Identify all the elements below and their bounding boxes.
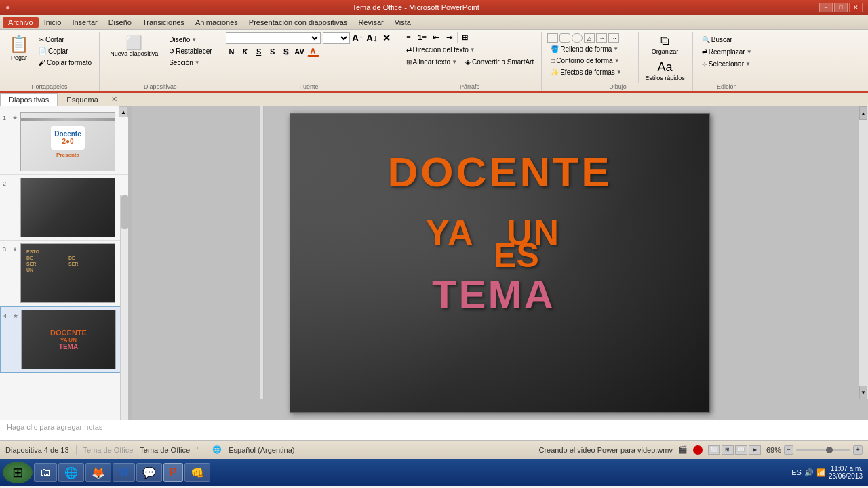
font-family-select[interactable]: [226, 32, 321, 44]
efectos-button[interactable]: ✨ Efectos de formas ▼: [547, 67, 625, 77]
scroll-up-button[interactable]: ▲: [119, 106, 128, 117]
menu-vista[interactable]: Vista: [389, 17, 416, 28]
separator: [457, 32, 458, 43]
nueva-diapositiva-button[interactable]: ⬜ Nueva diapositiva: [105, 32, 163, 60]
font-color-button[interactable]: A: [307, 46, 319, 57]
texto-direction-button[interactable]: ⇄ Dirección del texto ▼: [403, 45, 479, 55]
contorno-button[interactable]: □ Contorno de forma ▼: [547, 56, 623, 66]
slide-scroll-down[interactable]: ▼: [859, 386, 867, 399]
smartart-icon: ◈: [465, 58, 471, 66]
reemplazar-button[interactable]: ⇄ Reemplazar ▼: [698, 47, 755, 57]
slide-scroll-up[interactable]: ▲: [859, 106, 867, 120]
shape-rounded[interactable]: [559, 33, 570, 43]
taskbar-other[interactable]: 👊: [184, 463, 210, 482]
shape-more[interactable]: ⋯: [608, 33, 619, 43]
tab-esquema[interactable]: Esquema: [58, 93, 106, 106]
relleno-button[interactable]: 🪣 Relleno de forma ▼: [547, 44, 622, 54]
slide-item-2[interactable]: 2: [0, 175, 128, 241]
select-icon: ⊹: [702, 60, 707, 68]
increase-indent-button[interactable]: ⇥: [443, 32, 456, 43]
slide-thumb-3[interactable]: ESTO DEDE SERSER UN: [20, 243, 115, 303]
slide-view-scrollbar[interactable]: ▲ ▼: [859, 106, 868, 399]
menu-inicio[interactable]: Inicio: [39, 17, 67, 28]
convertir-smartart-button[interactable]: ◈ Convertir a SmartArt: [462, 57, 537, 67]
estilos-button[interactable]: Aa Estilos rápidos: [642, 58, 688, 83]
slide-info: Diapositiva 4 de 13: [5, 446, 69, 454]
numbering-button[interactable]: 1≡: [416, 32, 429, 43]
strikethrough-button[interactable]: S: [267, 46, 279, 57]
zoom-slider[interactable]: [796, 449, 850, 451]
menu-transiciones[interactable]: Transiciones: [137, 17, 190, 28]
reading-view-button[interactable]: 📖: [735, 445, 747, 455]
slide-sorter-button[interactable]: ⊞: [722, 445, 734, 455]
restablecer-button[interactable]: ↺ Restablecer: [165, 46, 215, 56]
buscar-button[interactable]: 🔍 Buscar: [698, 35, 755, 45]
taskbar-explorer[interactable]: 🗂: [34, 463, 57, 482]
col-layout-button[interactable]: ⊞: [459, 32, 471, 43]
menu-diseno[interactable]: Diseño: [103, 17, 137, 28]
shape-rect[interactable]: [547, 33, 558, 43]
taskbar-firefox[interactable]: 🦊: [85, 463, 111, 482]
close-button[interactable]: ✕: [849, 3, 863, 12]
font-size-select[interactable]: [323, 32, 350, 44]
taskbar-skype[interactable]: 💬: [136, 463, 162, 482]
title-bar: ● Tema de Office - Microsoft PowerPoint …: [0, 0, 868, 15]
italic-button[interactable]: K: [239, 46, 252, 57]
status-right: Creando el video Power para video.wmv 🎬 …: [538, 445, 863, 455]
pegar-button[interactable]: 📋 Pegar: [4, 32, 34, 64]
decrease-indent-button[interactable]: ⇤: [430, 32, 442, 43]
copiar-button[interactable]: 📄 Copiar: [35, 46, 95, 56]
slide-thumb-4[interactable]: DOCENTE YA UN TEMA: [21, 310, 116, 369]
increase-font-button[interactable]: A↑: [352, 33, 364, 43]
seccion-arrow: ▼: [195, 60, 200, 66]
slide-panel: ▲ 1 ★ Docente2●0 Presenta 2: [0, 106, 129, 420]
shadow-button[interactable]: S: [280, 46, 292, 57]
taskbar-word[interactable]: W: [113, 463, 135, 482]
copiar-formato-button[interactable]: 🖌 Copiar formato: [35, 58, 95, 68]
notes-area[interactable]: Haga clic para agregar notas: [0, 420, 868, 440]
slide-thumb-2[interactable]: [20, 178, 115, 237]
zoom-out-button[interactable]: −: [784, 445, 793, 455]
menu-archivo[interactable]: Archivo: [3, 17, 39, 28]
decrease-font-button[interactable]: A↓: [366, 33, 378, 43]
seccion-button[interactable]: Sección ▼: [165, 58, 215, 68]
tab-diapositivas[interactable]: Diapositivas: [0, 93, 58, 106]
menu-presentacion[interactable]: Presentación con diapositivas: [243, 17, 353, 28]
stop-button[interactable]: [693, 445, 703, 455]
slideshow-button[interactable]: ▶: [749, 445, 761, 455]
tab-close-button[interactable]: ✕: [107, 93, 121, 106]
panel-scrollbar-thumb[interactable]: [121, 195, 128, 229]
minimize-button[interactable]: −: [819, 3, 833, 12]
underline-button[interactable]: S: [253, 46, 265, 57]
taskbar-chrome[interactable]: 🌐: [58, 463, 84, 482]
organizar-button[interactable]: ⧉ Organizar: [642, 32, 688, 57]
slide-item-3[interactable]: 3 ★ ESTO DEDE SERSER UN: [0, 241, 128, 306]
zoom-in-button[interactable]: +: [853, 445, 863, 455]
slide-item-1[interactable]: 1 ★ Docente2●0 Presenta: [0, 106, 128, 175]
slide-canvas[interactable]: DOCENTE YA UN ES TEMA: [290, 113, 710, 413]
diseno-button[interactable]: Diseño ▼: [165, 35, 215, 45]
styles-icon: Aa: [657, 60, 672, 75]
slide-item-4[interactable]: 4 ★ DOCENTE YA UN TEMA: [0, 306, 128, 373]
slide-thumb-1[interactable]: Docente2●0 Presenta: [20, 112, 115, 171]
menu-revisar[interactable]: Revisar: [353, 17, 389, 28]
start-button[interactable]: ⊞: [3, 462, 33, 483]
shape-tri[interactable]: △: [584, 33, 595, 43]
menu-insertar[interactable]: Insertar: [66, 17, 102, 28]
panel-scrollbar[interactable]: [120, 195, 128, 420]
maximize-button[interactable]: □: [834, 3, 848, 12]
zoom-slider-thumb[interactable]: [826, 447, 833, 453]
video-icon: 🎬: [678, 445, 688, 454]
menu-animaciones[interactable]: Animaciones: [190, 17, 243, 28]
bullets-button[interactable]: ≡: [403, 32, 415, 43]
spacing-button[interactable]: AV: [294, 46, 306, 57]
clear-format-button[interactable]: ✕: [380, 33, 393, 43]
shape-arrow[interactable]: →: [596, 33, 607, 43]
cortar-button[interactable]: ✂ Cortar: [35, 35, 95, 45]
normal-view-button[interactable]: ⬜: [708, 445, 720, 455]
bold-button[interactable]: N: [226, 46, 238, 57]
shape-oval[interactable]: [572, 33, 583, 43]
seleccionar-button[interactable]: ⊹ Seleccionar ▼: [698, 59, 755, 69]
taskbar-powerpoint[interactable]: P: [163, 463, 183, 482]
alinear-button[interactable]: ⊞ Alinear texto ▼: [403, 57, 461, 67]
